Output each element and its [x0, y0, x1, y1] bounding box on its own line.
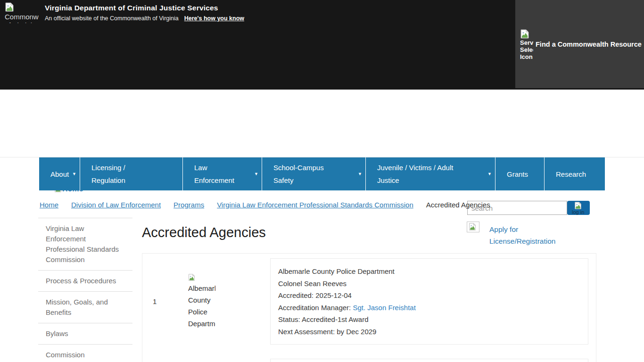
breadcrumb-home[interactable]: Home	[40, 201, 58, 209]
breadcrumb-division-of-law-enforcement[interactable]: Division of Law Enforcement	[71, 201, 161, 209]
breadcrumb: HomeDivision of Law EnforcementProgramsV…	[40, 201, 615, 209]
official-site-note: An official website of the Commonwealth …	[45, 15, 244, 22]
next-agency-detail-box	[270, 359, 588, 362]
agency-accredited-date: Accredited: 2025-12-04	[278, 289, 580, 302]
commonwealth-logo-broken-image: Commonwealth of Virginia	[5, 2, 39, 23]
agency-detail-box: Albemarle County Police Department Colon…	[270, 258, 588, 345]
chevron-down-icon: ▼	[487, 168, 492, 181]
agency-manager-link[interactable]: Sgt. Jason Freishtat	[353, 304, 415, 312]
breadcrumb-current: Accredited Agencies	[426, 201, 490, 209]
breadcrumb-programs[interactable]: Programs	[173, 201, 204, 209]
agency-name: Albemarle County Police Department	[278, 265, 580, 278]
agency-status: Status: Accredited-1st Award	[278, 313, 580, 326]
services-selector-alt-text: Services Selector Icon	[520, 39, 533, 60]
accredited-agencies-list: 1 Albemarle County Police Department Alb…	[142, 253, 596, 362]
sidebar-item-process-procedures[interactable]: Process & Procedures	[38, 270, 132, 291]
agency-manager-line: Accreditation Manager: Sgt. Jason Freish…	[278, 302, 580, 314]
nav-item-grants[interactable]: Grants	[495, 157, 545, 190]
page-title: Accredited Agencies	[142, 225, 596, 240]
sidebar-item-mission-goals-benefits[interactable]: Mission, Goals, and Benefits	[38, 291, 132, 323]
nav-item-juvenile-victims-adult-justice[interactable]: Juvenile / Victims / Adult Justice ▼	[366, 157, 495, 190]
chevron-down-icon: ▼	[72, 168, 76, 181]
broken-image-icon	[520, 29, 529, 39]
broken-image-icon	[5, 2, 14, 12]
main-content: Accredited Agencies 1 Albemarle County P…	[142, 218, 596, 362]
nav-item-law-enforcement[interactable]: Law Enforcement ▼	[183, 157, 262, 190]
site-title: Virginia Department of Criminal Justice …	[45, 4, 218, 12]
official-site-text: An official website of the Commonwealth …	[45, 15, 179, 22]
agency-next-assessment: Next Assessment: by Dec 2029	[278, 326, 580, 338]
agency-head: Colonel Sean Reeves	[278, 278, 580, 290]
breadcrumb-valepsc[interactable]: Virginia Law Enforcement Professional St…	[217, 201, 413, 209]
broken-image-icon	[188, 274, 195, 281]
nav-item-school-campus-safety[interactable]: School-Campus Safety ▼	[262, 157, 366, 190]
search-button-alt-text: log in	[572, 209, 590, 215]
nav-item-licensing-regulation[interactable]: Licensing / Regulation	[80, 157, 183, 190]
agency-photo-broken-image: Albemarle County Police Department	[188, 274, 215, 329]
site-header: Home log in Apply for License/Registrati…	[0, 90, 644, 157]
chevron-down-icon: ▼	[254, 168, 258, 181]
sidebar-item-commission[interactable]: Commission	[38, 344, 132, 362]
commonwealth-logo-alt-text: Commonwealth of Virginia	[5, 13, 39, 23]
sidebar: Virginia Law Enforcement Professional St…	[38, 218, 132, 362]
sidebar-item-bylaws[interactable]: Bylaws	[38, 323, 132, 344]
heres-how-you-know-link[interactable]: Here's how you know	[184, 15, 244, 22]
agency-manager-label: Accreditation Manager:	[278, 304, 353, 312]
agency-photo-alt-text: Albemarle County Police Department	[188, 284, 215, 328]
main-navigation: About ▼ Licensing / Regulation Law Enfor…	[39, 157, 605, 190]
chevron-down-icon: ▼	[358, 168, 362, 181]
agency-row-number: 1	[152, 297, 188, 305]
find-commonwealth-resource-link[interactable]: Find a Commonwealth Resource	[536, 41, 642, 48]
sidebar-item-valepsc[interactable]: Virginia Law Enforcement Professional St…	[38, 218, 132, 270]
agency-list-item: 1 Albemarle County Police Department Alb…	[152, 258, 588, 345]
nav-item-about[interactable]: About ▼	[39, 157, 80, 190]
nav-item-research[interactable]: Research	[545, 157, 605, 190]
services-selector-broken-image: Services Selector Icon	[520, 29, 533, 60]
agency-image-cell: Albemarle County Police Department	[188, 274, 270, 329]
commonwealth-banner: Commonwealth of Virginia Virginia Depart…	[0, 0, 644, 90]
page: Commonwealth of Virginia Virginia Depart…	[0, 0, 644, 362]
